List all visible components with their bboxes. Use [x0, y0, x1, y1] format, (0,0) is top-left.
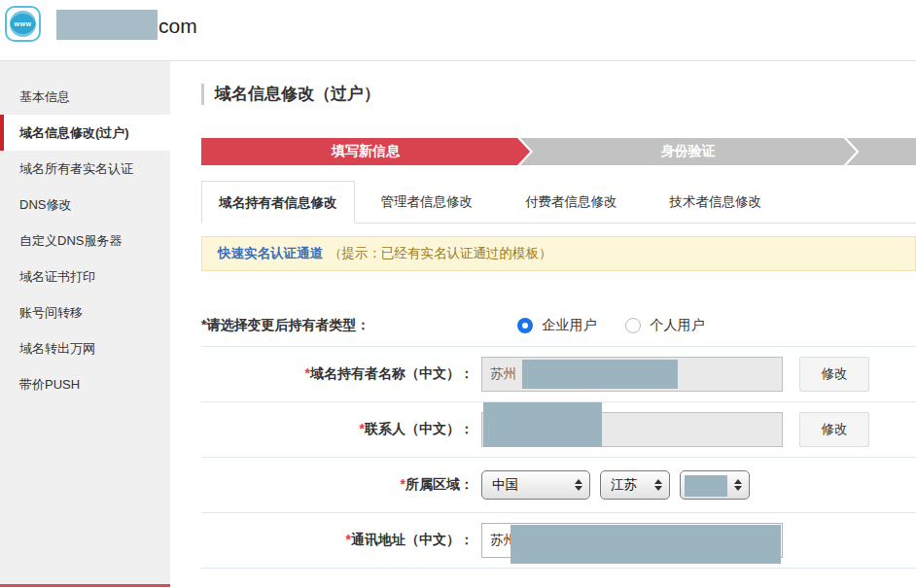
redacted-value — [511, 525, 781, 564]
contact-row: *联系人（中文）： 修改 — [201, 402, 916, 457]
tab-admin-info-modify[interactable]: 管理者信息修改 — [355, 181, 500, 223]
select-arrows-icon — [575, 479, 582, 491]
fast-realname-channel-link[interactable]: 快速实名认证通道 — [218, 245, 323, 262]
tab-tech-info-modify[interactable]: 技术者信息修改 — [644, 181, 789, 223]
sidebar-item-owner-realname-auth[interactable]: 域名所有者实名认证 — [0, 151, 170, 187]
step-next-truncated — [847, 138, 916, 165]
country-select-value: 中国 — [492, 476, 518, 494]
tab-payer-info-modify[interactable]: 付费者信息修改 — [499, 181, 644, 223]
address-label: *通讯地址（中文）： — [201, 532, 474, 549]
radio-individual-user[interactable] — [625, 318, 641, 333]
holder-name-label: *域名持有者名称（中文）： — [201, 365, 474, 383]
page-title: 域名信息修改（过户） — [215, 83, 380, 105]
redacted-domain-name — [56, 10, 158, 40]
sidebar-item-certificate-print[interactable]: 域名证书打印 — [0, 259, 170, 294]
title-accent-bar — [201, 84, 204, 105]
address-row: *通讯地址（中文）： 苏州 — [201, 513, 916, 568]
holder-name-row: *域名持有者名称（中文）： 苏州 修改 — [201, 347, 916, 401]
realname-notice-bar: 快速实名认证通道 （提示：已经有实名认证通过的模板） — [201, 236, 916, 271]
radio-enterprise-user[interactable] — [517, 318, 533, 333]
region-row: *所属区域： 中国 江苏 — [201, 458, 916, 512]
city-select[interactable] — [680, 470, 750, 500]
select-arrows-icon — [734, 479, 742, 491]
redacted-value — [685, 475, 727, 497]
radio-individual-label[interactable]: 个人用户 — [650, 317, 704, 334]
region-label: *所属区域： — [201, 476, 474, 494]
province-select-value: 江苏 — [611, 476, 637, 494]
holder-type-label: *请选择变更后持有者类型： — [201, 317, 370, 334]
modify-contact-button[interactable]: 修改 — [799, 412, 869, 447]
sidebar-item-basic-info[interactable]: 基本信息 — [0, 79, 170, 115]
sidebar-item-price-push[interactable]: 带价PUSH — [0, 366, 170, 402]
step-fill-new-info: 填写新信息 — [201, 138, 530, 165]
sidebar-item-dns-modify[interactable]: DNS修改 — [0, 187, 170, 223]
tab-bar: 域名持有者信息修改 管理者信息修改 付费者信息修改 技术者信息修改 — [201, 181, 916, 224]
sidebar-item-transfer-out[interactable]: 域名转出万网 — [0, 330, 170, 366]
progress-steps: 填写新信息 身份验证 — [201, 138, 916, 165]
sidebar-item-account-transfer[interactable]: 账号间转移 — [0, 294, 170, 330]
modify-holder-name-button[interactable]: 修改 — [799, 357, 869, 392]
divider — [201, 568, 916, 569]
radio-enterprise-label[interactable]: 企业用户 — [542, 317, 596, 334]
province-select[interactable]: 江苏 — [600, 470, 670, 500]
redacted-value — [522, 360, 678, 389]
globe-www-icon-inner: www — [10, 11, 36, 37]
app-header: www com — [0, 0, 916, 61]
sidebar-item-custom-dns-server[interactable]: 自定义DNS服务器 — [0, 223, 170, 259]
globe-www-icon: www — [5, 6, 41, 42]
select-arrows-icon — [654, 479, 662, 491]
contact-label: *联系人（中文）： — [201, 421, 474, 438]
sidebar-bottom-strip — [0, 584, 170, 587]
main-content: 域名信息修改（过户） 填写新信息 身份验证 域名持有者信息修改 管理者信息修改 … — [170, 61, 916, 587]
holder-type-row: *请选择变更后持有者类型： 企业用户 个人用户 — [201, 317, 916, 334]
notice-tip-text: （提示：已经有实名认证通过的模板） — [329, 245, 552, 262]
step-identity-verify: 身份验证 — [520, 138, 856, 165]
tab-holder-info-modify[interactable]: 域名持有者信息修改 — [201, 181, 355, 224]
domain-suffix: com — [159, 15, 197, 38]
redacted-value — [483, 402, 602, 447]
sidebar: 基本信息 域名信息修改(过户) 域名所有者实名认证 DNS修改 自定义DNS服务… — [0, 61, 170, 587]
sidebar-item-domain-info-transfer[interactable]: 域名信息修改(过户) — [0, 115, 170, 151]
country-select[interactable]: 中国 — [481, 470, 590, 500]
